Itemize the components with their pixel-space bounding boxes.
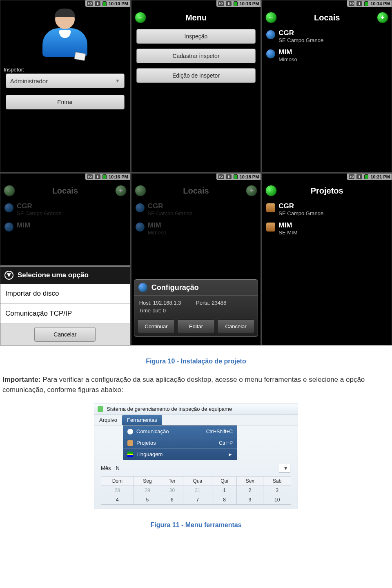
title-bar: ← Menu xyxy=(131,9,261,27)
back-button[interactable]: ← xyxy=(265,185,277,196)
continue-button[interactable]: Continuar xyxy=(138,319,175,333)
paragraph-text: Para verificar a configuração da sua apl… xyxy=(2,376,365,394)
arrow-right-icon: ► xyxy=(228,452,233,457)
dropdown-arrow[interactable]: ▼ xyxy=(279,464,290,473)
add-button[interactable]: + xyxy=(246,185,257,196)
screen-login: 3G ▮ 10:10 PM Inspetor: Administrador ▼ … xyxy=(0,0,130,172)
cancel-button[interactable]: Cancelar xyxy=(217,319,255,333)
dialog-header: Configuração xyxy=(134,280,258,296)
clock-text: 10:14 PM xyxy=(370,1,390,6)
signal-icon: ▮ xyxy=(356,1,362,6)
submenu-linguagem[interactable]: Linguagem ► xyxy=(123,449,237,460)
list-item: MIMMimoso xyxy=(131,219,261,238)
add-button[interactable]: + xyxy=(115,185,127,196)
calendar-row: 4 5 6 7 8 9 10 xyxy=(101,495,291,505)
screenshot-grid: 3G ▮ 10:10 PM Inspetor: Administrador ▼ … xyxy=(0,0,392,345)
network-3g-icon: 3G xyxy=(87,174,93,179)
battery-icon xyxy=(364,1,368,6)
signal-icon: ▮ xyxy=(95,1,100,6)
globe-icon xyxy=(266,30,275,39)
content-row: Mês N ▼ xyxy=(94,460,298,473)
page-title: Projetos xyxy=(311,186,343,196)
network-3g-icon: 3G xyxy=(349,174,354,179)
inspector-dropdown[interactable]: Administrador ▼ xyxy=(6,74,125,88)
battery-icon xyxy=(102,174,107,179)
back-button[interactable]: ← xyxy=(135,185,146,196)
submenu-comunicacao[interactable]: Comunicação Ctrl+Shift+C xyxy=(123,426,237,437)
screen-projetos: 3G ▮ 10:21 PM ← Projetos CGRSE Campo Gra… xyxy=(262,174,392,345)
title-bar: ← Locais + xyxy=(0,182,130,200)
chevron-down-icon: ▼ xyxy=(4,271,13,280)
globe-icon xyxy=(127,429,133,434)
dropdown-value: Administrador xyxy=(10,78,48,85)
enter-button[interactable]: Entrar xyxy=(6,95,125,109)
menu-btn-cadastrar[interactable]: Cadastrar inspetor xyxy=(136,49,255,63)
signal-icon: ▮ xyxy=(226,174,232,179)
window-title: Sistema de gerenciamento de inspeção de … xyxy=(107,406,232,412)
title-bar: ← Locais + xyxy=(131,182,261,200)
signal-icon: ▮ xyxy=(95,174,100,179)
title-bar: ← Locais + xyxy=(262,9,392,27)
screen-locais-config: 3G ▮ 10:18 PM ← Locais + CGRSE Campo Gra… xyxy=(131,174,261,345)
mes-label: Mês xyxy=(101,465,111,471)
app-icon xyxy=(98,406,103,412)
desktop-screenshot: Sistema de gerenciamento de inspeção de … xyxy=(94,403,298,509)
screen-menu: 3G ▮ 10:13 PM ← Menu Inspeção Cadastrar … xyxy=(131,0,261,172)
calendar-header-row: Dom Seg Ter Qua Qui Sex Sab xyxy=(101,477,291,486)
status-bar: 3G ▮ 10:18 PM xyxy=(216,174,261,180)
globe-icon xyxy=(138,283,147,292)
menu-arquivo[interactable]: Arquivo xyxy=(94,415,122,425)
list-item: CGRSE Campo Grande xyxy=(0,200,130,219)
network-3g-icon: 3G xyxy=(349,1,354,6)
calendar-row: 28 29 30 31 1 2 3 xyxy=(101,486,291,495)
calendar-table: Dom Seg Ter Qua Qui Sex Sab 28 29 30 31 … xyxy=(101,476,291,505)
status-bar: 3G ▮ 10:16 PM xyxy=(85,174,130,180)
menu-bar: Arquivo Ferramentas xyxy=(94,415,298,425)
config-body: Host: 192.168.1.3 Porta: 23488 Time-out:… xyxy=(134,296,258,316)
network-3g-icon: 3G xyxy=(218,1,224,6)
battery-icon xyxy=(234,1,238,6)
list-item: CGRSE Campo Grande xyxy=(131,200,261,219)
inspector-avatar xyxy=(40,9,89,62)
cancel-button[interactable]: Cancelar xyxy=(34,327,96,342)
package-icon xyxy=(266,223,275,232)
list-item[interactable]: CGRSE Campo Grande xyxy=(262,27,392,46)
page-title: Locais xyxy=(314,13,340,22)
menu-btn-inspecao[interactable]: Inspeção xyxy=(136,29,255,44)
back-button[interactable]: ← xyxy=(265,12,277,23)
signal-icon: ▮ xyxy=(356,174,362,179)
chevron-down-icon: ▼ xyxy=(115,78,120,84)
list-item[interactable]: MIMSE MIM xyxy=(262,219,392,238)
edit-button[interactable]: Editar xyxy=(177,319,215,333)
option-tcpip[interactable]: Comunicação TCP/IP xyxy=(0,304,130,324)
dialog-footer: Cancelar xyxy=(0,324,130,345)
page-title: Locais xyxy=(52,186,78,196)
clock-text: 10:16 PM xyxy=(109,174,128,179)
globe-icon xyxy=(4,203,13,212)
package-icon xyxy=(127,440,133,446)
back-button[interactable]: ← xyxy=(135,12,146,23)
status-bar: 3G ▮ 10:10 PM xyxy=(85,0,130,7)
clock-text: 10:18 PM xyxy=(240,174,259,179)
submenu-projetos[interactable]: Projetos Ctrl+P xyxy=(123,437,237,449)
menu-btn-edicao[interactable]: Edição de inspetor xyxy=(136,68,255,83)
config-dialog: Configuração Host: 192.168.1.3 Porta: 23… xyxy=(134,279,258,337)
back-button[interactable]: ← xyxy=(4,185,15,196)
list-item[interactable]: MIMMimoso xyxy=(262,46,392,65)
option-import-disk[interactable]: Importar do disco xyxy=(0,284,130,304)
battery-icon xyxy=(102,1,107,6)
page-title: Menu xyxy=(185,13,207,22)
dialog-header: ▼ Selecione uma opção xyxy=(0,266,130,284)
mes-value: N xyxy=(116,465,120,471)
status-bar: 3G ▮ 10:14 PM xyxy=(347,0,392,7)
globe-icon xyxy=(136,203,145,212)
screen-locais-dialog: 3G ▮ 10:16 PM ← Locais + CGRSE Campo Gra… xyxy=(0,174,130,345)
flag-icon xyxy=(127,452,133,457)
menu-ferramentas[interactable]: Ferramentas xyxy=(122,415,162,425)
add-button[interactable]: + xyxy=(377,12,388,23)
important-label: Importante: xyxy=(2,376,41,383)
signal-icon: ▮ xyxy=(226,1,232,6)
list-item[interactable]: CGRSE Campo Grande xyxy=(262,200,392,219)
globe-icon xyxy=(136,223,145,232)
screen-locais: 3G ▮ 10:14 PM ← Locais + CGRSE Campo Gra… xyxy=(262,0,392,172)
